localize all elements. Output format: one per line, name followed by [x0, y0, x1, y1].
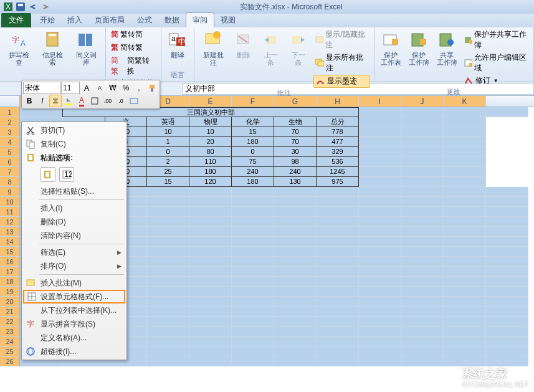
tab-layout[interactable]: 页面布局	[88, 13, 131, 27]
table-cell[interactable]: 10	[147, 127, 189, 137]
translate-button[interactable]: a中翻译	[165, 29, 190, 60]
row-header[interactable]: 7	[0, 167, 20, 177]
ctx-copy[interactable]: 复制(C)	[23, 137, 125, 151]
row-header[interactable]: 5	[0, 147, 20, 157]
table-cell[interactable]: 25	[147, 167, 189, 177]
row-header[interactable]: 1	[0, 107, 20, 117]
row-header[interactable]: 20	[0, 297, 20, 307]
research-button[interactable]: 信息检索	[37, 29, 69, 67]
table-header[interactable]: 化学	[232, 117, 274, 127]
table-cell[interactable]: 75	[232, 157, 274, 167]
col-header[interactable]: J	[401, 96, 444, 107]
table-cell[interactable]: 30	[274, 147, 317, 157]
increase-decimal-icon[interactable]: .00	[102, 95, 114, 107]
row-header[interactable]: 2	[0, 117, 20, 127]
table-cell[interactable]: 1	[147, 137, 189, 147]
protect-workbook-button[interactable]: 保护 工作簿	[406, 29, 432, 67]
col-header[interactable]: G	[274, 96, 317, 107]
table-cell[interactable]: 180	[189, 167, 232, 177]
paste-option-all[interactable]	[41, 167, 55, 182]
row-header[interactable]: 22	[0, 317, 20, 327]
ctx-insert-comment[interactable]: 插入批注(M)	[23, 276, 125, 290]
bold-icon[interactable]: B	[23, 95, 36, 107]
row-header[interactable]: 23	[0, 327, 20, 337]
table-cell[interactable]: 98	[274, 157, 317, 167]
tab-home[interactable]: 开始	[34, 13, 61, 27]
font-color-icon[interactable]: A	[75, 95, 88, 107]
tab-file[interactable]: 文件	[1, 13, 31, 27]
table-header[interactable]: 总分	[317, 117, 359, 127]
table-cell[interactable]: 240	[274, 167, 317, 177]
table-cell[interactable]: 70	[274, 137, 317, 147]
row-header[interactable]: 26	[0, 356, 20, 366]
table-cell[interactable]: 15	[232, 127, 274, 137]
table-cell[interactable]: 329	[317, 147, 359, 157]
format-painter-icon[interactable]	[146, 82, 158, 94]
comma-format-icon[interactable]: ,	[133, 82, 145, 94]
table-cell[interactable]: 110	[189, 157, 232, 167]
row-header[interactable]: 24	[0, 337, 20, 347]
prev-comment-button[interactable]: 上一条	[259, 29, 284, 67]
ctx-cut[interactable]: 剪切(T)	[23, 123, 125, 137]
table-cell[interactable]: 70	[274, 127, 317, 137]
row-header[interactable]: 10	[0, 197, 20, 207]
row-header[interactable]: 13	[0, 227, 20, 237]
row-header[interactable]: 12	[0, 217, 20, 227]
col-header[interactable]: K	[444, 96, 486, 107]
ctx-format-cells[interactable]: 设置单元格格式(F)...	[23, 290, 125, 304]
border-icon[interactable]	[88, 95, 101, 107]
table-cell[interactable]: 0	[232, 147, 274, 157]
simp-to-trad-button[interactable]: 简繁转简	[110, 29, 157, 41]
row-header[interactable]: 14	[0, 237, 20, 247]
row-header[interactable]: 9	[0, 187, 20, 197]
ctx-sort[interactable]: 排序(O)▶	[23, 259, 125, 273]
col-header[interactable]: F	[232, 96, 274, 107]
col-header[interactable]: H	[317, 96, 359, 107]
row-header[interactable]: 19	[0, 287, 20, 297]
tab-view[interactable]: 视图	[214, 13, 242, 27]
align-center-icon[interactable]	[49, 95, 62, 107]
tab-review[interactable]: 审阅	[186, 12, 214, 27]
table-cell[interactable]: 15	[147, 177, 189, 187]
decrease-font-icon[interactable]: A	[93, 82, 106, 94]
table-cell[interactable]: 1245	[317, 167, 359, 177]
table-cell[interactable]: 80	[189, 147, 232, 157]
tab-insert[interactable]: 插入	[61, 13, 88, 27]
row-header[interactable]: 17	[0, 267, 20, 277]
percent-format-icon[interactable]: %	[120, 82, 132, 94]
fill-color-icon[interactable]	[62, 95, 75, 107]
table-header[interactable]: 生物	[274, 117, 317, 127]
table-cell[interactable]: 180	[232, 137, 274, 147]
table-cell[interactable]: 0	[147, 147, 189, 157]
table-cell[interactable]: 120	[189, 177, 232, 187]
table-cell[interactable]: 130	[274, 177, 317, 187]
track-changes-button[interactable]: 修订▼	[462, 75, 530, 87]
ctx-hyperlink[interactable]: 超链接(I)...	[23, 345, 125, 358]
table-header[interactable]: 英语	[147, 117, 189, 127]
merge-icon[interactable]	[128, 95, 140, 107]
table-cell[interactable]: 2	[147, 157, 189, 167]
show-all-comments-button[interactable]: 显示所有批注	[313, 52, 370, 74]
col-header[interactable]: E	[189, 96, 232, 107]
row-header[interactable]: 18	[0, 277, 20, 287]
ctx-define-name[interactable]: 定义名称(A)...	[23, 331, 125, 345]
tab-data[interactable]: 数据	[158, 13, 186, 27]
delete-comment-button[interactable]: 删除	[231, 29, 256, 60]
row-header[interactable]: 21	[0, 307, 20, 317]
row-header[interactable]: 3	[0, 127, 20, 137]
trad-to-simp-button[interactable]: 繁简转繁	[110, 42, 157, 54]
chinese-convert-button[interactable]: 简繁简繁转换	[110, 55, 157, 77]
undo-icon[interactable]	[27, 1, 39, 12]
protect-sheet-button[interactable]: 保护 工作表	[378, 29, 404, 67]
share-workbook-button[interactable]: 共享 工作簿	[434, 29, 460, 67]
font-select[interactable]: 宋体	[23, 82, 60, 94]
table-cell[interactable]: 10	[189, 127, 232, 137]
font-size-select[interactable]: 11	[61, 82, 80, 94]
show-hide-comment-button[interactable]: 显示/隐藏批注	[313, 29, 370, 51]
ctx-filter[interactable]: 筛选(E)▶	[23, 246, 125, 259]
excel-icon[interactable]: X	[2, 1, 14, 12]
tab-formula[interactable]: 公式	[131, 13, 158, 27]
increase-font-icon[interactable]: A	[80, 82, 93, 94]
paste-option-values[interactable]: 123	[59, 167, 74, 182]
row-header[interactable]: 11	[0, 207, 20, 217]
